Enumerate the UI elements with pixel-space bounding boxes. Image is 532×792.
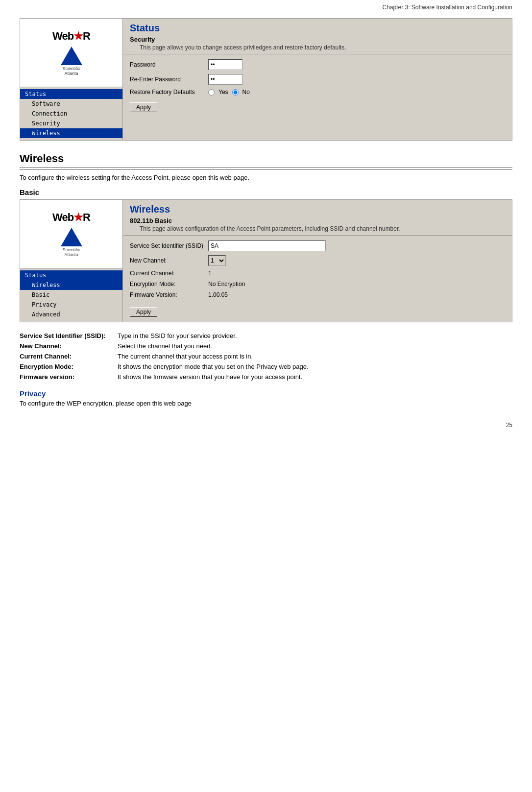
star-icon: ★: [73, 30, 83, 42]
ssid-input[interactable]: [208, 240, 326, 251]
ssid-desc-def: Type in the SSID for your service provid…: [118, 332, 512, 339]
password-row: Password: [130, 59, 505, 70]
basic-nav-privacy[interactable]: Privacy: [20, 300, 122, 310]
restore-no-label: No: [242, 89, 250, 96]
basic-sa-text: ScientificAtlanta: [62, 247, 80, 257]
password-label: Password: [130, 61, 208, 68]
basic-nav-wireless[interactable]: Wireless: [20, 280, 122, 290]
firmware-row: Firmware Version: 1.00.05: [130, 291, 505, 298]
firmware-value: 1.00.05: [208, 291, 228, 298]
basic-page-title: Wireless: [130, 204, 505, 215]
new-channel-select[interactable]: 1 2 3 4 5 6 7 8 9 10 11: [208, 255, 226, 266]
encryption-value: No Encryption: [208, 281, 245, 288]
encryption-desc-term: Encryption Mode:: [20, 363, 118, 370]
field-descriptions: Service Set Identifier (SSID): Type in t…: [20, 332, 512, 381]
current-channel-desc-term: Current Channel:: [20, 353, 118, 360]
nav-status[interactable]: Status: [20, 89, 122, 99]
basic-webstar-logo: Web★R: [52, 211, 90, 224]
basic-sa-logo: ScientificAtlanta: [61, 228, 82, 257]
new-channel-desc-def: Select the channel that you need.: [118, 342, 512, 350]
basic-nav-status[interactable]: Status: [20, 270, 122, 280]
basic-subsection-title: Basic: [20, 188, 512, 196]
encryption-desc-def: It shows the encryption mode that you se…: [118, 363, 512, 370]
firmware-desc-term: Firmware version:: [20, 373, 118, 381]
webstar-logo: Web★R: [52, 30, 90, 43]
current-channel-value: 1: [208, 270, 212, 277]
privacy-section-title: Privacy: [20, 389, 512, 398]
reenter-label: Re-Enter Password: [130, 76, 208, 83]
firmware-desc-def: It shows the firmware version that you h…: [118, 373, 512, 381]
current-channel-row: Current Channel: 1: [130, 270, 505, 277]
logo-area: Web★R ScientificAtlanta: [20, 19, 122, 87]
page-number: 25: [20, 422, 512, 429]
new-channel-desc-item: New Channel: Select the channel that you…: [20, 342, 512, 350]
encryption-desc-item: Encryption Mode: It shows the encryption…: [20, 363, 512, 370]
ssid-row: Service Set Identifier (SSID): [130, 240, 505, 251]
security-apply-button[interactable]: Apply: [130, 102, 157, 112]
basic-apply-button[interactable]: Apply: [130, 307, 157, 317]
basic-description: This page allows configuration of the Ac…: [130, 225, 505, 232]
security-description: This page allows you to change access pr…: [130, 44, 505, 51]
security-sidebar: Web★R ScientificAtlanta Status Software …: [20, 19, 123, 140]
basic-nav-advanced[interactable]: Advanced: [20, 310, 122, 319]
current-channel-desc-item: Current Channel: The current channel tha…: [20, 353, 512, 360]
basic-subtitle: 802.11b Basic: [130, 217, 505, 224]
reenter-password-row: Re-Enter Password: [130, 74, 505, 85]
wireless-section-desc: To configure the wireless setting for th…: [20, 174, 512, 181]
new-channel-desc-term: New Channel:: [20, 342, 118, 350]
security-nav-menu: Status Software Connection Security Wire…: [20, 87, 122, 140]
password-input[interactable]: [208, 59, 242, 70]
restore-yes-radio[interactable]: [208, 89, 215, 96]
security-subtitle: Security: [130, 36, 505, 43]
security-content: Status Security This page allows you to …: [123, 19, 512, 140]
firmware-label: Firmware Version:: [130, 291, 208, 298]
wireless-divider: [20, 169, 512, 170]
basic-content: Wireless 802.11b Basic This page allows …: [123, 200, 512, 322]
current-channel-desc-def: The current channel that your access poi…: [118, 353, 512, 360]
basic-sa-triangle-icon: [61, 228, 82, 246]
basic-content-header: Wireless 802.11b Basic This page allows …: [123, 200, 512, 235]
nav-wireless[interactable]: Wireless: [20, 128, 122, 138]
ssid-desc-item: Service Set Identifier (SSID): Type in t…: [20, 332, 512, 339]
restore-factory-row: Restore Factory Defaults Yes No: [130, 89, 505, 96]
privacy-section-desc: To configure the WEP encryption, please …: [20, 400, 512, 407]
firmware-desc-item: Firmware version: It shows the firmware …: [20, 373, 512, 381]
nav-security[interactable]: Security: [20, 119, 122, 128]
chapter-title: Chapter 3: Software Installation and Con…: [383, 4, 513, 11]
restore-radio-group: Yes No: [208, 89, 250, 96]
reenter-password-input[interactable]: [208, 74, 242, 85]
chapter-header: Chapter 3: Software Installation and Con…: [20, 0, 512, 13]
basic-logo-area: Web★R ScientificAtlanta: [20, 200, 122, 268]
nav-connection[interactable]: Connection: [20, 109, 122, 119]
encryption-row: Encryption Mode: No Encryption: [130, 281, 505, 288]
basic-nav-menu: Status Wireless Basic Privacy Advanced: [20, 268, 122, 321]
restore-label: Restore Factory Defaults: [130, 89, 208, 96]
nav-software[interactable]: Software: [20, 99, 122, 109]
basic-apply-row: Apply: [130, 304, 505, 317]
basic-sidebar: Web★R ScientificAtlanta Status Wireless …: [20, 200, 123, 322]
current-channel-label: Current Channel:: [130, 270, 208, 277]
restore-yes-label: Yes: [218, 89, 228, 96]
restore-no-radio[interactable]: [232, 89, 239, 96]
security-apply-row: Apply: [130, 99, 505, 112]
basic-star-icon: ★: [73, 211, 83, 223]
sa-logo: ScientificAtlanta: [61, 47, 82, 76]
new-channel-label: New Channel:: [130, 257, 208, 264]
basic-form-body: Service Set Identifier (SSID) New Channe…: [123, 235, 512, 322]
security-form-body: Password Re-Enter Password Restore Facto…: [123, 54, 512, 117]
sa-text: ScientificAtlanta: [62, 66, 80, 76]
basic-header-title-text: Wireless: [130, 204, 170, 215]
ssid-label: Service Set Identifier (SSID): [130, 242, 208, 249]
new-channel-row: New Channel: 1 2 3 4 5 6 7 8 9 10 11: [130, 255, 505, 266]
basic-nav-basic[interactable]: Basic: [20, 290, 122, 300]
encryption-label: Encryption Mode:: [130, 281, 208, 288]
ssid-desc-term: Service Set Identifier (SSID):: [20, 332, 118, 339]
security-content-header: Status Security This page allows you to …: [123, 19, 512, 54]
wireless-section-title: Wireless: [20, 152, 512, 168]
sa-triangle-icon: [61, 47, 82, 65]
basic-router-box: Web★R ScientificAtlanta Status Wireless …: [20, 199, 512, 322]
security-router-box: Web★R ScientificAtlanta Status Software …: [20, 18, 512, 141]
security-page-title: Status: [130, 23, 505, 34]
